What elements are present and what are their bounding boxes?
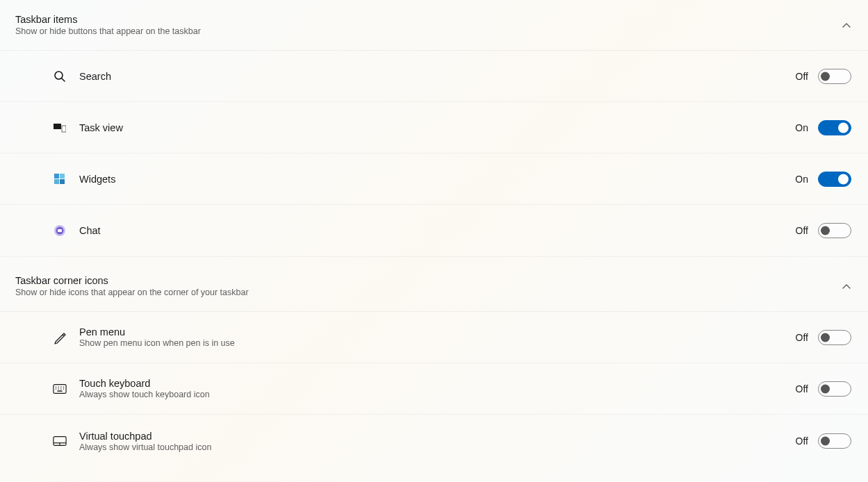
chevron-up-icon [842, 20, 851, 30]
svg-rect-4 [54, 174, 59, 178]
row-label: Pen menu [79, 326, 796, 338]
toggle-state-label: Off [796, 435, 808, 447]
row-label: Task view [79, 122, 795, 133]
svg-rect-7 [60, 179, 65, 184]
chat-row: Chat Off [0, 205, 868, 256]
svg-point-13 [58, 386, 58, 387]
svg-rect-20 [57, 390, 62, 391]
taskbar-corner-icons-section-header[interactable]: Taskbar corner icons Show or hide icons … [0, 258, 868, 312]
svg-rect-3 [62, 126, 66, 132]
toggle-state-label: On [795, 174, 808, 185]
svg-point-16 [56, 388, 56, 389]
svg-rect-6 [54, 179, 59, 184]
task-view-toggle[interactable] [818, 120, 851, 135]
widgets-toggle[interactable] [818, 172, 851, 187]
task-view-icon [53, 121, 67, 135]
virtual-touchpad-row: Virtual touchpad Always show virtual tou… [0, 415, 868, 467]
section-title: Taskbar corner icons [15, 275, 842, 286]
taskbar-items-section-header[interactable]: Taskbar items Show or hide buttons that … [0, 0, 868, 51]
toggle-state-label: Off [796, 225, 808, 236]
search-toggle[interactable] [818, 69, 851, 84]
row-label: Chat [79, 225, 796, 236]
chevron-up-icon [842, 281, 851, 291]
row-label: Virtual touchpad [79, 431, 796, 442]
row-subtitle: Always show touch keyboard icon [79, 390, 796, 399]
touch-keyboard-row: Touch keyboard Always show touch keyboar… [0, 363, 868, 415]
touch-keyboard-toggle[interactable] [818, 381, 851, 397]
keyboard-icon [53, 382, 67, 396]
toggle-state-label: Off [796, 383, 808, 394]
svg-point-17 [58, 388, 58, 389]
pen-menu-row: Pen menu Show pen menu icon when pen is … [0, 312, 868, 363]
row-subtitle: Always show virtual touchpad icon [79, 442, 796, 452]
row-label: Search [79, 71, 796, 82]
virtual-touchpad-toggle[interactable] [818, 433, 851, 449]
svg-point-12 [56, 386, 56, 387]
touchpad-icon [53, 434, 67, 448]
chat-toggle[interactable] [818, 223, 851, 238]
pen-menu-toggle[interactable] [818, 330, 851, 345]
section-title: Taskbar items [15, 14, 842, 25]
svg-point-14 [60, 386, 61, 387]
pen-icon [53, 331, 67, 344]
svg-rect-2 [54, 124, 61, 129]
toggle-state-label: Off [796, 332, 808, 343]
row-label: Widgets [79, 174, 795, 185]
search-row: Search Off [0, 51, 868, 102]
toggle-state-label: Off [796, 71, 808, 82]
search-icon [53, 69, 67, 83]
row-label: Touch keyboard [79, 378, 796, 389]
svg-point-18 [60, 388, 61, 389]
section-subtitle: Show or hide icons that appear on the co… [15, 288, 842, 297]
svg-rect-10 [58, 229, 62, 232]
widgets-icon [53, 172, 67, 186]
svg-rect-5 [60, 174, 65, 178]
row-subtitle: Show pen menu icon when pen is in use [79, 338, 796, 348]
section-subtitle: Show or hide buttons that appear on the … [15, 26, 842, 36]
svg-point-15 [63, 386, 64, 387]
widgets-row: Widgets On [0, 153, 868, 205]
svg-point-19 [63, 388, 64, 389]
task-view-row: Task view On [0, 102, 868, 153]
svg-rect-11 [54, 384, 66, 393]
toggle-state-label: On [795, 122, 808, 133]
svg-line-1 [62, 78, 65, 81]
chat-icon [53, 224, 67, 238]
